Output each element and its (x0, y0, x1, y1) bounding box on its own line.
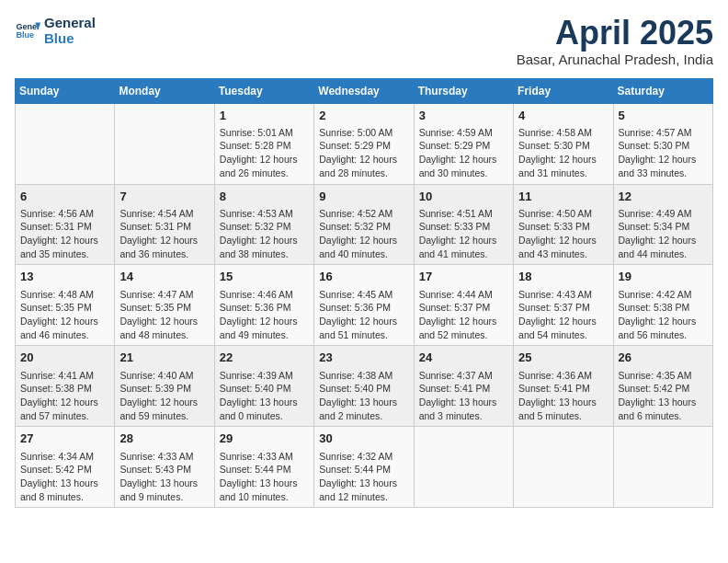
day-info: Sunrise: 4:45 AM (319, 288, 408, 302)
calendar-cell (613, 427, 712, 508)
day-number: 9 (319, 189, 408, 205)
day-info: Daylight: 12 hours and 30 minutes. (419, 153, 508, 179)
weekday-header: Thursday (414, 78, 513, 103)
day-info: Sunrise: 5:00 AM (319, 126, 408, 140)
calendar-cell: 7Sunrise: 4:54 AMSunset: 5:31 PMDaylight… (115, 184, 214, 265)
day-info: Daylight: 13 hours and 3 minutes. (419, 396, 508, 422)
day-info: Sunrise: 4:47 AM (119, 288, 209, 302)
calendar-cell: 8Sunrise: 4:53 AMSunset: 5:32 PMDaylight… (214, 184, 313, 265)
day-number: 24 (419, 350, 508, 366)
calendar-cell (16, 103, 115, 184)
day-info: Sunrise: 4:53 AM (220, 207, 309, 221)
day-info: Sunset: 5:36 PM (319, 301, 408, 315)
weekday-header: Monday (115, 78, 214, 103)
day-info: Sunset: 5:37 PM (419, 301, 508, 315)
day-number: 26 (619, 350, 708, 366)
calendar-cell: 17Sunrise: 4:44 AMSunset: 5:37 PMDayligh… (414, 265, 513, 346)
weekday-header: Sunday (16, 78, 115, 103)
day-info: Sunset: 5:29 PM (419, 139, 508, 153)
day-info: Daylight: 13 hours and 6 minutes. (619, 396, 708, 422)
day-number: 7 (119, 189, 209, 205)
day-info: Sunrise: 4:34 AM (20, 450, 109, 464)
weekday-header: Friday (514, 78, 613, 103)
day-info: Daylight: 12 hours and 28 minutes. (319, 153, 408, 179)
day-info: Sunset: 5:42 PM (619, 382, 708, 396)
month-title: April 2025 (517, 15, 713, 52)
day-info: Sunset: 5:38 PM (20, 382, 109, 396)
calendar-week-row: 20Sunrise: 4:41 AMSunset: 5:38 PMDayligh… (16, 346, 713, 427)
day-number: 5 (619, 108, 708, 124)
day-info: Sunrise: 4:54 AM (119, 207, 209, 221)
day-info: Daylight: 13 hours and 12 minutes. (319, 477, 408, 503)
calendar-week-row: 1Sunrise: 5:01 AMSunset: 5:28 PMDaylight… (16, 103, 713, 184)
calendar-cell: 23Sunrise: 4:38 AMSunset: 5:40 PMDayligh… (314, 346, 414, 427)
day-number: 12 (619, 189, 708, 205)
calendar-cell: 30Sunrise: 4:32 AMSunset: 5:44 PMDayligh… (314, 427, 414, 508)
day-info: Daylight: 13 hours and 8 minutes. (20, 477, 109, 503)
day-info: Sunrise: 4:39 AM (220, 369, 309, 383)
calendar-cell: 6Sunrise: 4:56 AMSunset: 5:31 PMDaylight… (16, 184, 115, 265)
weekday-header: Wednesday (314, 78, 414, 103)
day-info: Daylight: 12 hours and 35 minutes. (20, 234, 109, 260)
day-info: Daylight: 12 hours and 41 minutes. (419, 234, 508, 260)
title-block: April 2025 Basar, Arunachal Pradesh, Ind… (517, 15, 713, 67)
day-info: Sunset: 5:44 PM (319, 463, 408, 477)
calendar-cell: 16Sunrise: 4:45 AMSunset: 5:36 PMDayligh… (314, 265, 414, 346)
day-info: Daylight: 13 hours and 10 minutes. (220, 477, 309, 503)
calendar-cell: 24Sunrise: 4:37 AMSunset: 5:41 PMDayligh… (414, 346, 513, 427)
calendar-cell: 13Sunrise: 4:48 AMSunset: 5:35 PMDayligh… (16, 265, 115, 346)
day-info: Sunrise: 4:33 AM (220, 450, 309, 464)
calendar-cell: 27Sunrise: 4:34 AMSunset: 5:42 PMDayligh… (16, 427, 115, 508)
day-info: Sunset: 5:42 PM (20, 463, 109, 477)
day-info: Sunrise: 4:56 AM (20, 207, 109, 221)
calendar-table: SundayMondayTuesdayWednesdayThursdayFrid… (15, 78, 713, 509)
svg-text:Blue: Blue (16, 30, 34, 40)
day-info: Sunrise: 4:38 AM (319, 369, 408, 383)
calendar-week-row: 13Sunrise: 4:48 AMSunset: 5:35 PMDayligh… (16, 265, 713, 346)
calendar-cell (115, 103, 214, 184)
day-info: Sunset: 5:43 PM (119, 463, 209, 477)
day-info: Daylight: 12 hours and 56 minutes. (619, 315, 708, 341)
day-number: 25 (518, 350, 608, 366)
calendar-cell: 22Sunrise: 4:39 AMSunset: 5:40 PMDayligh… (214, 346, 313, 427)
day-info: Sunset: 5:29 PM (319, 139, 408, 153)
day-info: Sunrise: 4:32 AM (319, 450, 408, 464)
day-info: Sunrise: 4:43 AM (518, 288, 608, 302)
day-info: Sunset: 5:41 PM (419, 382, 508, 396)
calendar-cell: 26Sunrise: 4:35 AMSunset: 5:42 PMDayligh… (613, 346, 712, 427)
calendar-cell: 12Sunrise: 4:49 AMSunset: 5:34 PMDayligh… (613, 184, 712, 265)
day-info: Sunrise: 5:01 AM (220, 126, 309, 140)
logo-line2: Blue (44, 30, 96, 46)
day-number: 8 (220, 189, 309, 205)
day-info: Daylight: 12 hours and 49 minutes. (220, 315, 309, 341)
day-info: Daylight: 13 hours and 2 minutes. (319, 396, 408, 422)
day-info: Daylight: 12 hours and 33 minutes. (619, 153, 708, 179)
day-number: 27 (20, 431, 109, 447)
calendar-cell: 28Sunrise: 4:33 AMSunset: 5:43 PMDayligh… (115, 427, 214, 508)
day-number: 21 (119, 350, 209, 366)
day-info: Sunrise: 4:58 AM (518, 126, 608, 140)
day-info: Sunrise: 4:50 AM (518, 207, 608, 221)
day-info: Sunrise: 4:49 AM (619, 207, 708, 221)
day-number: 20 (20, 350, 109, 366)
day-info: Sunset: 5:38 PM (619, 301, 708, 315)
day-info: Daylight: 12 hours and 52 minutes. (419, 315, 508, 341)
day-info: Sunrise: 4:37 AM (419, 369, 508, 383)
calendar-cell: 21Sunrise: 4:40 AMSunset: 5:39 PMDayligh… (115, 346, 214, 427)
calendar-cell: 14Sunrise: 4:47 AMSunset: 5:35 PMDayligh… (115, 265, 214, 346)
day-info: Sunset: 5:40 PM (220, 382, 309, 396)
day-info: Daylight: 12 hours and 36 minutes. (119, 234, 209, 260)
day-number: 15 (220, 269, 309, 285)
day-number: 14 (119, 269, 209, 285)
logo: General Blue General Blue (15, 15, 96, 46)
day-info: Sunset: 5:32 PM (220, 220, 309, 234)
day-info: Sunset: 5:28 PM (220, 139, 309, 153)
calendar-cell: 18Sunrise: 4:43 AMSunset: 5:37 PMDayligh… (514, 265, 613, 346)
day-info: Daylight: 12 hours and 54 minutes. (518, 315, 608, 341)
day-info: Daylight: 13 hours and 0 minutes. (220, 396, 309, 422)
day-info: Sunset: 5:39 PM (119, 382, 209, 396)
day-number: 28 (119, 431, 209, 447)
day-info: Daylight: 13 hours and 5 minutes. (518, 396, 608, 422)
day-info: Sunrise: 4:41 AM (20, 369, 109, 383)
day-info: Sunset: 5:33 PM (419, 220, 508, 234)
